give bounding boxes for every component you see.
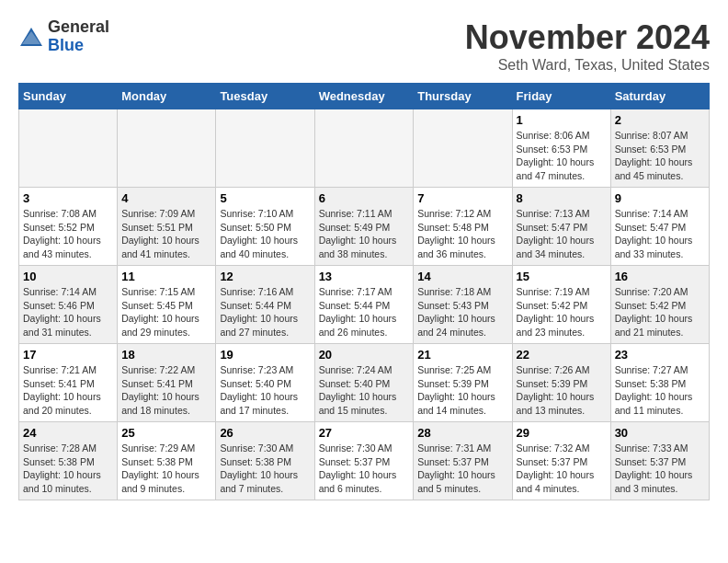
calendar-cell [216,109,314,188]
col-wednesday: Wednesday [314,84,414,109]
day-info: Sunrise: 7:21 AMSunset: 5:41 PMDaylight:… [23,363,113,418]
col-saturday: Saturday [610,84,709,109]
calendar-cell [19,109,118,188]
col-monday: Monday [118,84,216,109]
calendar-cell: 17Sunrise: 7:21 AMSunset: 5:41 PMDayligh… [19,344,118,422]
calendar-cell: 30Sunrise: 7:33 AMSunset: 5:37 PMDayligh… [610,422,709,500]
day-number: 9 [615,191,705,205]
day-number: 20 [319,348,410,362]
day-number: 28 [417,426,507,440]
day-number: 6 [319,191,410,205]
calendar-cell: 4Sunrise: 7:09 AMSunset: 5:51 PMDaylight… [118,188,216,266]
calendar-cell: 10Sunrise: 7:14 AMSunset: 5:46 PMDayligh… [19,266,118,344]
day-info: Sunrise: 7:19 AMSunset: 5:42 PMDaylight:… [517,285,607,339]
calendar: Sunday Monday Tuesday Wednesday Thursday… [18,83,710,500]
day-info: Sunrise: 7:33 AMSunset: 5:37 PMDaylight:… [615,442,705,496]
calendar-cell: 22Sunrise: 7:26 AMSunset: 5:39 PMDayligh… [512,344,610,422]
day-info: Sunrise: 7:08 AMSunset: 5:52 PMDaylight:… [23,207,113,261]
day-info: Sunrise: 7:18 AMSunset: 5:43 PMDaylight:… [417,285,507,339]
day-info: Sunrise: 7:24 AMSunset: 5:40 PMDaylight:… [319,363,410,418]
logo-general: General [48,17,109,36]
logo-text: General Blue [48,18,109,55]
day-info: Sunrise: 7:16 AMSunset: 5:44 PMDaylight:… [220,285,310,339]
calendar-cell: 20Sunrise: 7:24 AMSunset: 5:40 PMDayligh… [314,344,414,422]
day-info: Sunrise: 7:10 AMSunset: 5:50 PMDaylight:… [220,207,310,261]
calendar-cell: 27Sunrise: 7:30 AMSunset: 5:37 PMDayligh… [314,422,414,500]
day-number: 30 [615,426,705,440]
day-number: 7 [417,191,507,205]
day-info: Sunrise: 7:30 AMSunset: 5:38 PMDaylight:… [220,442,310,496]
col-friday: Friday [512,84,610,109]
location: Seth Ward, Texas, United States [465,57,710,74]
calendar-cell: 14Sunrise: 7:18 AMSunset: 5:43 PMDayligh… [414,266,512,344]
calendar-cell [118,109,216,188]
day-info: Sunrise: 7:20 AMSunset: 5:42 PMDaylight:… [615,285,705,339]
day-info: Sunrise: 7:29 AMSunset: 5:38 PMDaylight:… [121,442,211,496]
header: General Blue November 2024 Seth Ward, Te… [18,18,710,74]
day-number: 22 [517,348,607,362]
calendar-cell: 29Sunrise: 7:32 AMSunset: 5:37 PMDayligh… [512,422,610,500]
calendar-cell [314,109,414,188]
day-number: 24 [23,426,113,440]
day-number: 21 [417,348,507,362]
calendar-cell: 18Sunrise: 7:22 AMSunset: 5:41 PMDayligh… [118,344,216,422]
calendar-cell: 26Sunrise: 7:30 AMSunset: 5:38 PMDayligh… [216,422,314,500]
calendar-cell: 11Sunrise: 7:15 AMSunset: 5:45 PMDayligh… [118,266,216,344]
col-sunday: Sunday [19,84,118,109]
day-number: 27 [319,426,410,440]
col-tuesday: Tuesday [216,84,314,109]
logo-icon [18,26,44,48]
calendar-cell [414,109,512,188]
calendar-cell: 15Sunrise: 7:19 AMSunset: 5:42 PMDayligh… [512,266,610,344]
day-info: Sunrise: 8:06 AMSunset: 6:53 PMDaylight:… [517,129,607,183]
calendar-cell: 24Sunrise: 7:28 AMSunset: 5:38 PMDayligh… [19,422,118,500]
day-info: Sunrise: 7:09 AMSunset: 5:51 PMDaylight:… [121,207,211,261]
day-info: Sunrise: 7:23 AMSunset: 5:40 PMDaylight:… [220,363,310,418]
calendar-cell: 21Sunrise: 7:25 AMSunset: 5:39 PMDayligh… [414,344,512,422]
day-info: Sunrise: 7:26 AMSunset: 5:39 PMDaylight:… [517,363,607,418]
day-number: 29 [517,426,607,440]
week-row-2: 10Sunrise: 7:14 AMSunset: 5:46 PMDayligh… [19,266,710,344]
day-info: Sunrise: 7:28 AMSunset: 5:38 PMDaylight:… [23,442,113,496]
calendar-cell: 6Sunrise: 7:11 AMSunset: 5:49 PMDaylight… [314,188,414,266]
week-row-0: 1Sunrise: 8:06 AMSunset: 6:53 PMDaylight… [19,109,710,188]
day-number: 26 [220,426,310,440]
col-thursday: Thursday [414,84,512,109]
day-number: 16 [615,270,705,283]
day-number: 14 [417,270,507,283]
day-number: 15 [517,270,607,283]
day-info: Sunrise: 8:07 AMSunset: 6:53 PMDaylight:… [615,129,705,183]
day-info: Sunrise: 7:15 AMSunset: 5:45 PMDaylight:… [121,285,211,339]
day-info: Sunrise: 7:13 AMSunset: 5:47 PMDaylight:… [517,207,607,261]
calendar-cell: 7Sunrise: 7:12 AMSunset: 5:48 PMDaylight… [414,188,512,266]
day-number: 12 [220,270,310,283]
day-number: 25 [121,426,211,440]
svg-marker-1 [22,31,40,44]
month-title: November 2024 [465,18,710,57]
day-number: 13 [319,270,410,283]
day-info: Sunrise: 7:25 AMSunset: 5:39 PMDaylight:… [417,363,507,418]
calendar-header-row: Sunday Monday Tuesday Wednesday Thursday… [19,84,710,109]
day-number: 4 [121,191,211,205]
day-info: Sunrise: 7:12 AMSunset: 5:48 PMDaylight:… [417,207,507,261]
day-info: Sunrise: 7:32 AMSunset: 5:37 PMDaylight:… [517,442,607,496]
logo-blue: Blue [48,36,84,54]
week-row-1: 3Sunrise: 7:08 AMSunset: 5:52 PMDaylight… [19,188,710,266]
calendar-cell: 3Sunrise: 7:08 AMSunset: 5:52 PMDaylight… [19,188,118,266]
calendar-cell: 5Sunrise: 7:10 AMSunset: 5:50 PMDaylight… [216,188,314,266]
day-number: 1 [517,113,607,127]
day-info: Sunrise: 7:14 AMSunset: 5:47 PMDaylight:… [615,207,705,261]
title-section: November 2024 Seth Ward, Texas, United S… [465,18,710,74]
day-number: 3 [23,191,113,205]
logo: General Blue [18,18,109,55]
day-info: Sunrise: 7:14 AMSunset: 5:46 PMDaylight:… [23,285,113,339]
calendar-cell: 19Sunrise: 7:23 AMSunset: 5:40 PMDayligh… [216,344,314,422]
calendar-cell: 2Sunrise: 8:07 AMSunset: 6:53 PMDaylight… [610,109,709,188]
calendar-cell: 13Sunrise: 7:17 AMSunset: 5:44 PMDayligh… [314,266,414,344]
day-number: 2 [615,113,705,127]
calendar-cell: 28Sunrise: 7:31 AMSunset: 5:37 PMDayligh… [414,422,512,500]
calendar-cell: 8Sunrise: 7:13 AMSunset: 5:47 PMDaylight… [512,188,610,266]
day-info: Sunrise: 7:30 AMSunset: 5:37 PMDaylight:… [319,442,410,496]
day-info: Sunrise: 7:17 AMSunset: 5:44 PMDaylight:… [319,285,410,339]
day-info: Sunrise: 7:11 AMSunset: 5:49 PMDaylight:… [319,207,410,261]
